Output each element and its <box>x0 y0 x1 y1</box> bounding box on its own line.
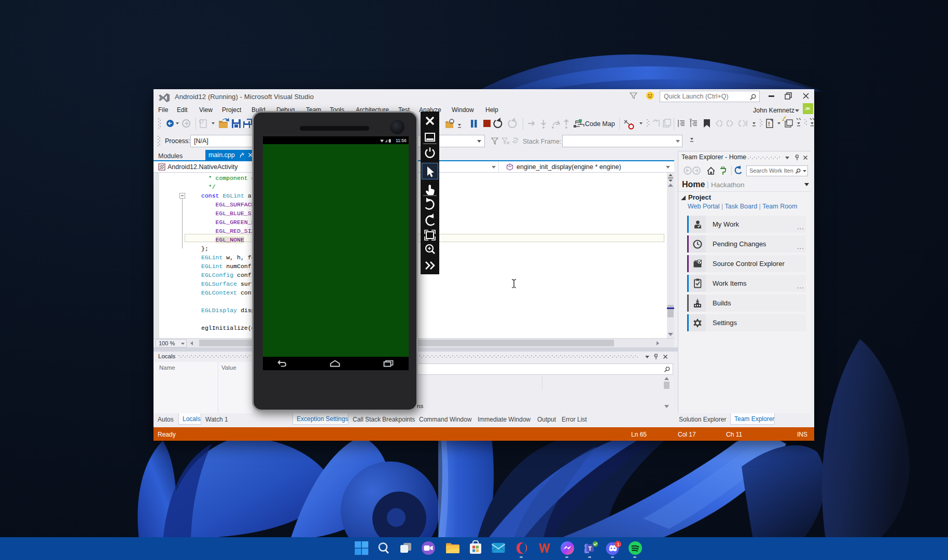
svg-text:T: T <box>588 545 592 552</box>
svg-text:!: ! <box>768 121 770 127</box>
svg-text:1: 1 <box>617 541 620 547</box>
svg-text:?: ? <box>689 118 692 123</box>
svg-text:Code Map: Code Map <box>585 120 615 128</box>
svg-text:Stack Frame:: Stack Frame: <box>523 138 561 145</box>
